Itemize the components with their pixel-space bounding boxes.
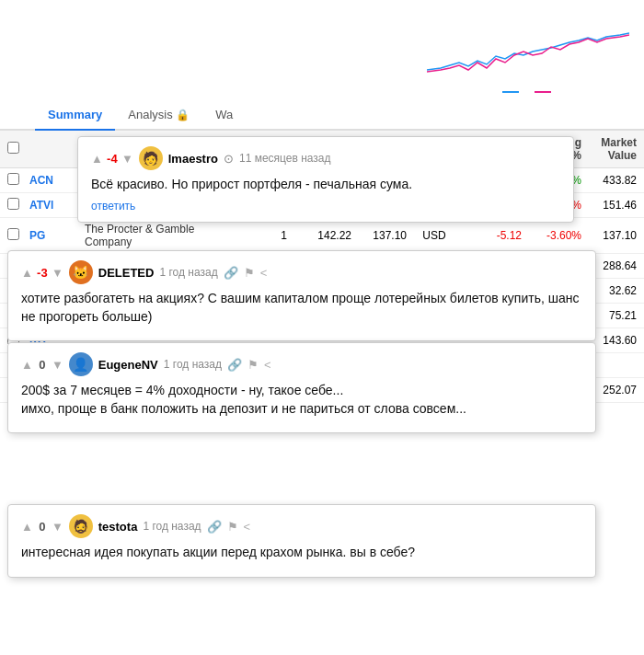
td-totalchgpct: -3.60% xyxy=(522,229,581,242)
comment-header: 0 🧔 testota 1 год назад 🔗 ⚑ < xyxy=(21,514,582,538)
comment-text-block: интересная идея покупать акции перед кра… xyxy=(21,544,582,562)
link-icon[interactable]: 🔗 xyxy=(207,520,222,534)
vote-block: 0 xyxy=(21,358,63,372)
td-market: 151.46 xyxy=(581,199,637,212)
tab-analysis[interactable]: Analysis 🔒 xyxy=(115,100,202,131)
vote-block: -3 xyxy=(21,266,63,280)
vote-count: 0 xyxy=(36,520,49,534)
chart-legend xyxy=(502,91,554,93)
comment-card-3: 0 👤 EugeneNV 1 год назад 🔗 ⚑ < 200$ за 7… xyxy=(7,342,596,433)
upvote-button[interactable] xyxy=(21,358,33,372)
td-market: 137.10 xyxy=(581,229,637,242)
portfolio-summary xyxy=(15,11,96,20)
table-row[interactable]: PG The Procter & Gamble Company 1 142.22… xyxy=(0,218,644,254)
comment-text: Всё красиво. Но прирост портфеля - печал… xyxy=(91,176,560,194)
vote-block: -4 xyxy=(91,152,133,166)
td-totalchg: -5.12 xyxy=(462,229,522,242)
lock-icon: 🔒 xyxy=(176,109,190,121)
chart-svg xyxy=(427,15,629,88)
comment-time: 1 год назад xyxy=(143,520,201,533)
avatar: 🧑 xyxy=(139,146,163,170)
legend-gspc xyxy=(502,91,522,93)
comment-text-block: хотите разбогатеть на акциях? С вашим ка… xyxy=(21,290,582,326)
comment-text-block: 200$ за 7 месяцев = 4% доходности - ну, … xyxy=(21,382,582,418)
comment-card-2: -3 🐱 DELETED 1 год назад 🔗 ⚑ < хотите ра… xyxy=(7,250,596,341)
avatar: 🧔 xyxy=(69,514,93,538)
verified-icon: ⊙ xyxy=(224,152,234,166)
portfolio-line xyxy=(535,91,551,93)
flag-icon[interactable]: ⚑ xyxy=(227,520,238,534)
gains-section xyxy=(15,17,96,18)
row-checkbox[interactable] xyxy=(7,173,19,185)
td-last: 137.10 xyxy=(351,229,407,242)
comment-text-block: Всё красиво. Но прирост портфеля - печал… xyxy=(91,176,560,194)
downvote-button[interactable] xyxy=(121,152,133,166)
tab-summary[interactable]: Summary xyxy=(35,100,115,131)
vote-count: -4 xyxy=(106,152,119,166)
flag-icon[interactable]: ⚑ xyxy=(244,266,255,280)
comment-card-1: -4 🧑 lmaestro ⊙ 11 месяцев назад Всё кра… xyxy=(77,136,574,223)
comment-time: 1 год назад xyxy=(164,358,222,371)
avatar: 🐱 xyxy=(69,260,93,284)
share-icon[interactable]: < xyxy=(264,358,271,372)
upvote-button[interactable] xyxy=(91,152,103,166)
flag-icon[interactable]: ⚑ xyxy=(247,358,259,372)
comment-time: 1 год назад xyxy=(159,266,217,279)
vote-count: -3 xyxy=(36,266,49,280)
td-shares: 1 xyxy=(232,229,287,242)
comment-time: 11 месяцев назад xyxy=(239,152,331,165)
row-checkbox[interactable] xyxy=(7,198,19,210)
td-company: The Procter & Gamble Company xyxy=(85,223,232,248)
comment-header: 0 👤 EugeneNV 1 год назад 🔗 ⚑ < xyxy=(21,352,582,376)
vote-block: 0 xyxy=(21,520,63,534)
td-symbol[interactable]: ATVl xyxy=(29,199,85,212)
comment-username: EugeneNV xyxy=(98,358,158,372)
td-currency: USD xyxy=(407,229,462,242)
avatar: 👤 xyxy=(69,352,93,376)
link-icon[interactable]: 🔗 xyxy=(224,266,238,280)
upvote-button[interactable] xyxy=(21,520,33,534)
share-icon[interactable]: < xyxy=(244,520,251,534)
share-icon[interactable]: < xyxy=(260,266,268,280)
td-symbol[interactable]: ACN xyxy=(29,174,85,187)
comment-text-line: 200$ за 7 месяцев = 4% доходности - ну, … xyxy=(21,382,582,400)
comment-text: интересная идея покупать акции перед кра… xyxy=(21,544,582,562)
comment-header: -4 🧑 lmaestro ⊙ 11 месяцев назад xyxy=(91,146,560,170)
comment-username: DELETED xyxy=(98,266,155,280)
annual-performance-chart xyxy=(427,11,629,93)
vote-count: 0 xyxy=(36,358,49,372)
comment-actions: ответить xyxy=(91,200,560,213)
select-all-checkbox[interactable] xyxy=(7,142,19,154)
th-check xyxy=(7,142,29,156)
th-market: MarketValue xyxy=(581,136,637,162)
comment-username: lmaestro xyxy=(168,152,218,166)
gspc-line xyxy=(502,91,519,93)
downvote-button[interactable] xyxy=(52,266,63,280)
legend-portfolio xyxy=(535,91,554,93)
top-section xyxy=(0,0,644,100)
tab-wa[interactable]: Wa xyxy=(202,100,246,131)
nav-tabs: Summary Analysis 🔒 Wa xyxy=(0,100,644,131)
td-cost: 142.22 xyxy=(287,229,351,242)
comment-card-4: 0 🧔 testota 1 год назад 🔗 ⚑ < интересная… xyxy=(7,504,596,578)
comment-header: -3 🐱 DELETED 1 год назад 🔗 ⚑ < xyxy=(21,260,582,284)
link-icon[interactable]: 🔗 xyxy=(227,358,242,372)
add-symbol-tab[interactable] xyxy=(9,100,35,129)
reply-button[interactable]: ответить xyxy=(91,200,135,213)
td-symbol[interactable]: PG xyxy=(29,229,85,242)
td-market: 433.82 xyxy=(581,174,637,187)
comment-text: хотите разбогатеть на акциях? С вашим ка… xyxy=(21,290,582,326)
downvote-button[interactable] xyxy=(52,520,63,534)
comment-username: testota xyxy=(98,520,138,534)
downvote-button[interactable] xyxy=(52,358,63,372)
comment-text-line: имхо, проще в банк положить на депозит и… xyxy=(21,400,582,419)
row-checkbox[interactable] xyxy=(7,228,19,240)
upvote-button[interactable] xyxy=(21,266,33,280)
